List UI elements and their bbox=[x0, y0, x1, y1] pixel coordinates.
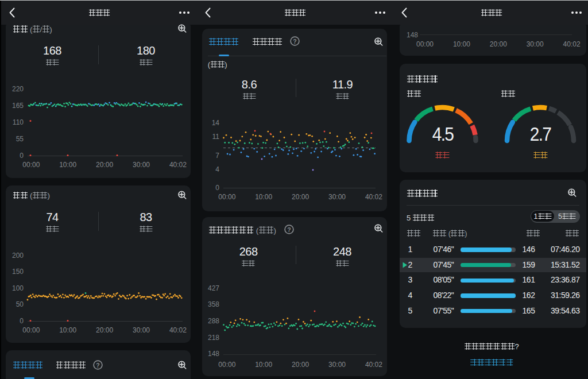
svg-text:?: ? bbox=[96, 362, 99, 369]
svg-text:?: ? bbox=[287, 226, 291, 233]
svg-text:?: ? bbox=[293, 38, 296, 45]
